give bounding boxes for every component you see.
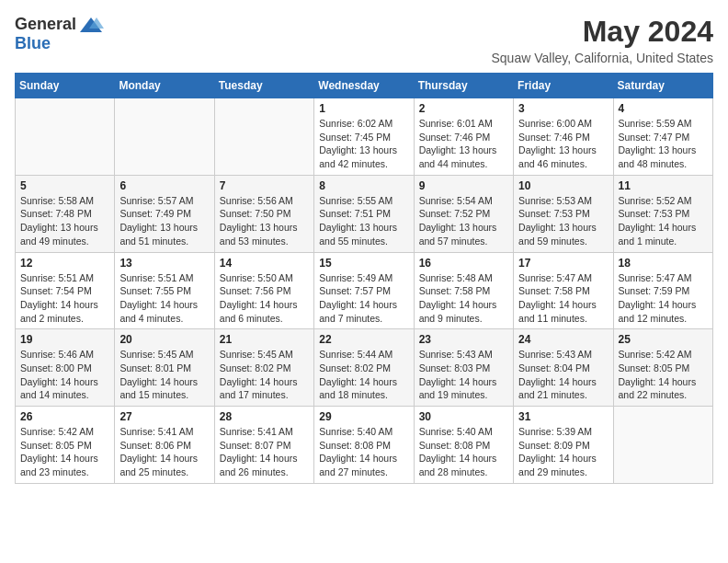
calendar-cell: 13Sunrise: 5:51 AM Sunset: 7:55 PM Dayli… <box>115 252 214 329</box>
calendar-cell: 23Sunrise: 5:43 AM Sunset: 8:03 PM Dayli… <box>414 329 513 407</box>
day-info: Sunrise: 5:44 AM Sunset: 8:02 PM Dayligh… <box>319 348 408 402</box>
day-number: 31 <box>518 410 608 423</box>
day-number: 24 <box>518 333 608 346</box>
day-number: 5 <box>20 179 109 192</box>
day-info: Sunrise: 5:42 AM Sunset: 8:05 PM Dayligh… <box>20 425 109 479</box>
day-number: 26 <box>20 410 109 423</box>
day-info: Sunrise: 5:52 AM Sunset: 7:53 PM Dayligh… <box>619 194 708 248</box>
calendar-cell: 4Sunrise: 5:59 AM Sunset: 7:47 PM Daylig… <box>613 98 712 176</box>
day-info: Sunrise: 5:46 AM Sunset: 8:00 PM Dayligh… <box>20 348 109 402</box>
calendar-cell: 12Sunrise: 5:51 AM Sunset: 7:54 PM Dayli… <box>16 252 115 329</box>
header: General Blue May 2024 Squaw Valley, Cali… <box>15 15 713 65</box>
calendar-cell: 26Sunrise: 5:42 AM Sunset: 8:05 PM Dayli… <box>16 407 115 484</box>
day-number: 14 <box>220 257 309 270</box>
day-number: 3 <box>518 102 608 115</box>
location: Squaw Valley, California, United States <box>492 51 714 65</box>
day-info: Sunrise: 5:59 AM Sunset: 7:47 PM Dayligh… <box>619 117 708 171</box>
day-number: 23 <box>419 333 508 346</box>
calendar-cell <box>613 407 712 484</box>
calendar-week-row: 12Sunrise: 5:51 AM Sunset: 7:54 PM Dayli… <box>16 252 713 329</box>
day-number: 19 <box>20 333 109 346</box>
day-info: Sunrise: 5:41 AM Sunset: 8:07 PM Dayligh… <box>220 425 309 479</box>
day-number: 2 <box>419 102 508 115</box>
calendar-cell: 30Sunrise: 5:40 AM Sunset: 8:08 PM Dayli… <box>414 407 513 484</box>
calendar-cell: 8Sunrise: 5:55 AM Sunset: 7:51 PM Daylig… <box>314 175 414 252</box>
logo: General Blue <box>15 15 104 53</box>
day-info: Sunrise: 5:45 AM Sunset: 8:01 PM Dayligh… <box>119 348 209 402</box>
day-number: 6 <box>119 179 209 192</box>
day-number: 29 <box>319 410 408 423</box>
day-number: 15 <box>319 257 408 270</box>
day-number: 17 <box>518 257 608 270</box>
calendar-week-row: 19Sunrise: 5:46 AM Sunset: 8:00 PM Dayli… <box>16 329 713 407</box>
weekday-header-saturday: Saturday <box>613 74 712 98</box>
calendar-week-row: 5Sunrise: 5:58 AM Sunset: 7:48 PM Daylig… <box>16 175 713 252</box>
day-number: 1 <box>319 102 408 115</box>
calendar-table: SundayMondayTuesdayWednesdayThursdayFrid… <box>15 73 713 484</box>
day-info: Sunrise: 5:43 AM Sunset: 8:03 PM Dayligh… <box>419 348 508 402</box>
calendar-cell: 11Sunrise: 5:52 AM Sunset: 7:53 PM Dayli… <box>613 175 712 252</box>
calendar-cell: 14Sunrise: 5:50 AM Sunset: 7:56 PM Dayli… <box>214 252 313 329</box>
day-number: 7 <box>220 179 309 192</box>
day-number: 21 <box>220 333 309 346</box>
logo-icon <box>78 16 104 34</box>
logo-blue-text: Blue <box>15 34 51 53</box>
weekday-header-thursday: Thursday <box>414 74 513 98</box>
calendar-cell: 29Sunrise: 5:40 AM Sunset: 8:08 PM Dayli… <box>314 407 414 484</box>
calendar-cell: 3Sunrise: 6:00 AM Sunset: 7:46 PM Daylig… <box>514 98 613 176</box>
calendar-cell: 18Sunrise: 5:47 AM Sunset: 7:59 PM Dayli… <box>613 252 712 329</box>
day-info: Sunrise: 5:40 AM Sunset: 8:08 PM Dayligh… <box>419 425 508 479</box>
day-info: Sunrise: 5:57 AM Sunset: 7:49 PM Dayligh… <box>119 194 209 248</box>
calendar-cell: 7Sunrise: 5:56 AM Sunset: 7:50 PM Daylig… <box>214 175 313 252</box>
calendar-cell: 16Sunrise: 5:48 AM Sunset: 7:58 PM Dayli… <box>414 252 513 329</box>
day-number: 18 <box>619 257 708 270</box>
day-info: Sunrise: 5:49 AM Sunset: 7:57 PM Dayligh… <box>319 271 408 326</box>
day-info: Sunrise: 5:50 AM Sunset: 7:56 PM Dayligh… <box>220 271 309 326</box>
month-year: May 2024 <box>492 15 714 49</box>
day-number: 8 <box>319 179 408 192</box>
calendar-cell <box>16 98 115 176</box>
calendar-cell <box>115 98 214 176</box>
day-info: Sunrise: 5:47 AM Sunset: 7:59 PM Dayligh… <box>619 271 708 326</box>
day-number: 4 <box>619 102 708 115</box>
day-number: 11 <box>619 179 708 192</box>
calendar-cell: 22Sunrise: 5:44 AM Sunset: 8:02 PM Dayli… <box>314 329 414 407</box>
calendar-cell: 1Sunrise: 6:02 AM Sunset: 7:45 PM Daylig… <box>314 98 414 176</box>
day-info: Sunrise: 5:42 AM Sunset: 8:05 PM Dayligh… <box>619 348 708 402</box>
day-info: Sunrise: 5:47 AM Sunset: 7:58 PM Dayligh… <box>518 271 608 326</box>
weekday-header-wednesday: Wednesday <box>314 74 414 98</box>
day-info: Sunrise: 5:54 AM Sunset: 7:52 PM Dayligh… <box>419 194 508 248</box>
day-info: Sunrise: 5:48 AM Sunset: 7:58 PM Dayligh… <box>419 271 508 326</box>
calendar-cell <box>214 98 313 176</box>
calendar-cell: 25Sunrise: 5:42 AM Sunset: 8:05 PM Dayli… <box>613 329 712 407</box>
day-info: Sunrise: 6:01 AM Sunset: 7:46 PM Dayligh… <box>419 117 508 171</box>
day-info: Sunrise: 5:39 AM Sunset: 8:09 PM Dayligh… <box>518 425 608 479</box>
calendar-cell: 31Sunrise: 5:39 AM Sunset: 8:09 PM Dayli… <box>514 407 613 484</box>
day-info: Sunrise: 6:00 AM Sunset: 7:46 PM Dayligh… <box>518 117 608 171</box>
day-info: Sunrise: 5:41 AM Sunset: 8:06 PM Dayligh… <box>119 425 209 479</box>
day-info: Sunrise: 5:43 AM Sunset: 8:04 PM Dayligh… <box>518 348 608 402</box>
calendar-cell: 17Sunrise: 5:47 AM Sunset: 7:58 PM Dayli… <box>514 252 613 329</box>
calendar-cell: 9Sunrise: 5:54 AM Sunset: 7:52 PM Daylig… <box>414 175 513 252</box>
day-info: Sunrise: 5:45 AM Sunset: 8:02 PM Dayligh… <box>220 348 309 402</box>
calendar-cell: 6Sunrise: 5:57 AM Sunset: 7:49 PM Daylig… <box>115 175 214 252</box>
weekday-header-friday: Friday <box>514 74 613 98</box>
day-info: Sunrise: 6:02 AM Sunset: 7:45 PM Dayligh… <box>319 117 408 171</box>
day-number: 13 <box>119 257 209 270</box>
day-info: Sunrise: 5:56 AM Sunset: 7:50 PM Dayligh… <box>220 194 309 248</box>
day-number: 9 <box>419 179 508 192</box>
day-info: Sunrise: 5:58 AM Sunset: 7:48 PM Dayligh… <box>20 194 109 248</box>
calendar-cell: 5Sunrise: 5:58 AM Sunset: 7:48 PM Daylig… <box>16 175 115 252</box>
calendar-cell: 19Sunrise: 5:46 AM Sunset: 8:00 PM Dayli… <box>16 329 115 407</box>
day-number: 16 <box>419 257 508 270</box>
weekday-header-tuesday: Tuesday <box>214 74 313 98</box>
day-number: 12 <box>20 257 109 270</box>
day-info: Sunrise: 5:55 AM Sunset: 7:51 PM Dayligh… <box>319 194 408 248</box>
calendar-cell: 28Sunrise: 5:41 AM Sunset: 8:07 PM Dayli… <box>214 407 313 484</box>
day-info: Sunrise: 5:40 AM Sunset: 8:08 PM Dayligh… <box>319 425 408 479</box>
calendar-week-row: 1Sunrise: 6:02 AM Sunset: 7:45 PM Daylig… <box>16 98 713 176</box>
calendar-cell: 21Sunrise: 5:45 AM Sunset: 8:02 PM Dayli… <box>214 329 313 407</box>
day-number: 30 <box>419 410 508 423</box>
day-info: Sunrise: 5:51 AM Sunset: 7:54 PM Dayligh… <box>20 271 109 326</box>
day-number: 25 <box>619 333 708 346</box>
